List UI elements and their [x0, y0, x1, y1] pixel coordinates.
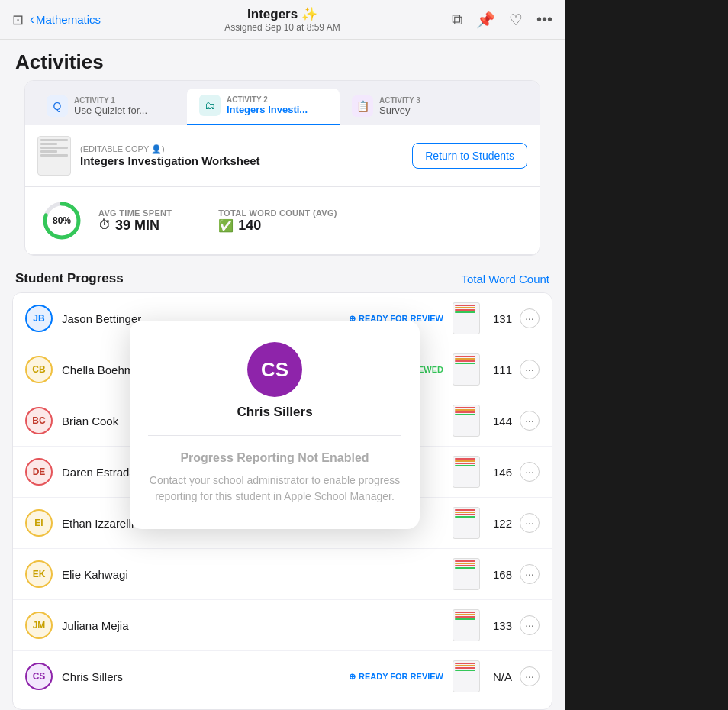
return-to-students-button[interactable]: Return to Students — [412, 143, 527, 169]
back-navigation[interactable]: ‹ Mathematics — [30, 11, 101, 27]
doc-thumbnail — [453, 609, 480, 641]
pin-icon[interactable]: 📌 — [476, 11, 495, 29]
doc-thumbnail — [453, 302, 480, 334]
activity-2-icon: 🗂 — [199, 95, 221, 116]
activity-2-name: Integers Investi... — [227, 104, 308, 115]
avatar: DE — [25, 458, 53, 486]
word-count: 133 — [488, 619, 512, 632]
activities-container: Q ACTIVITY 1 Use Quizlet for... 🗂 ACTIVI… — [12, 80, 552, 256]
more-options-button[interactable]: ··· — [520, 564, 540, 584]
word-count: 146 — [488, 466, 512, 479]
copy-icon[interactable]: ⧉ — [452, 11, 462, 29]
activity-1-icon: Q — [47, 95, 68, 117]
doc-thumbnail — [453, 558, 480, 590]
page-subtitle: Assigned Sep 10 at 8:59 AM — [224, 22, 340, 33]
more-options-button[interactable]: ··· — [520, 666, 540, 686]
worksheet-info: (EDITABLE COPY 👤) Integers Investigation… — [25, 125, 540, 187]
activity-2-label: ACTIVITY 2 — [227, 95, 308, 104]
stats-row: 80% AVG TIME SPENT ⏱ 39 MIN TOTAL WORD C… — [25, 187, 540, 255]
word-count-value: ✅ 140 — [218, 218, 337, 234]
page-title-area: Activities — [0, 40, 565, 80]
avatar: EK — [25, 560, 53, 588]
popup-avatar: CS — [247, 342, 302, 397]
doc-thumbnail — [453, 456, 480, 488]
worksheet-left: (EDITABLE COPY 👤) Integers Investigation… — [37, 136, 260, 176]
student-progress-header: Student Progress Total Word Count — [0, 262, 565, 292]
student-row: JM Juliana Mejia 133 ··· — [13, 600, 552, 651]
worksheet-title: Integers Investigation Worksheet — [80, 154, 260, 167]
avatar: JB — [25, 305, 53, 332]
word-count-block: TOTAL WORD COUNT (AVG) ✅ 140 — [218, 208, 337, 234]
status-badge: ⊕ READY FOR REVIEW — [349, 672, 443, 682]
popup-not-enabled-title: Progress Reporting Not Enabled — [180, 451, 369, 465]
doc-thumbnail — [453, 507, 480, 539]
word-count: N/A — [488, 670, 512, 683]
avatar: EI — [25, 509, 53, 537]
doc-thumbnail — [453, 405, 480, 437]
chevron-left-icon: ‹ — [30, 11, 34, 27]
circle-plus-icon: ⊕ — [349, 672, 356, 682]
popup-card: CS Chris Sillers Progress Reporting Not … — [130, 321, 420, 529]
clock-icon: ⏱ — [98, 218, 111, 232]
completion-percent: 80% — [53, 215, 71, 226]
more-options-button[interactable]: ··· — [520, 462, 540, 482]
total-word-count-link[interactable]: Total Word Count — [461, 273, 549, 286]
more-options-button[interactable]: ··· — [520, 360, 540, 379]
activities-section: Q ACTIVITY 1 Use Quizlet for... 🗂 ACTIVI… — [24, 80, 540, 256]
completion-donut: 80% — [40, 199, 83, 242]
popup-student-name: Chris Sillers — [237, 405, 312, 420]
avatar: CS — [25, 663, 53, 690]
student-name: Chris Sillers — [62, 670, 349, 683]
stat-divider — [195, 205, 195, 236]
sidebar-toggle-icon[interactable]: ⊡ — [12, 11, 24, 28]
activity-3-label: ACTIVITY 3 — [379, 96, 420, 105]
tab-activity-1[interactable]: Q ACTIVITY 1 Use Quizlet for... — [34, 89, 187, 125]
more-options-button[interactable]: ··· — [520, 615, 540, 635]
more-options-button[interactable]: ··· — [520, 513, 540, 533]
more-options-button[interactable]: ··· — [520, 411, 540, 431]
activity-3-icon: 📋 — [352, 95, 373, 117]
tab-activity-2[interactable]: 🗂 ACTIVITY 2 Integers Investi... — [187, 89, 340, 125]
avatar: BC — [25, 407, 53, 434]
student-progress-title: Student Progress — [15, 271, 124, 286]
avatar: CB — [25, 356, 53, 383]
activity-3-name: Survey — [379, 105, 410, 116]
avg-time-label: AVG TIME SPENT — [98, 208, 172, 218]
main-panel: ⊡ ‹ Mathematics Integers ✨ Assigned Sep … — [0, 0, 565, 710]
popup-divider — [148, 435, 401, 436]
activity-1-label: ACTIVITY 1 — [74, 96, 147, 105]
more-icon[interactable]: ••• — [536, 11, 552, 29]
avg-time-value: ⏱ 39 MIN — [98, 218, 172, 234]
editable-copy-label: (EDITABLE COPY 👤) — [80, 144, 260, 154]
avg-time-block: AVG TIME SPENT ⏱ 39 MIN — [98, 208, 172, 234]
top-bar: ⊡ ‹ Mathematics Integers ✨ Assigned Sep … — [0, 0, 565, 40]
activities-title: Activities — [15, 50, 549, 74]
word-count: 144 — [488, 415, 512, 428]
check-icon: ✅ — [218, 218, 234, 233]
word-count-label: TOTAL WORD COUNT (AVG) — [218, 208, 337, 218]
heart-icon[interactable]: ♡ — [509, 11, 523, 29]
word-count: 168 — [488, 568, 512, 581]
word-count: 122 — [488, 517, 512, 530]
page-main-title: Integers ✨ — [224, 6, 340, 22]
popup-description: Contact your school administrator to ena… — [148, 473, 401, 505]
word-count: 111 — [488, 363, 512, 376]
top-icons: ⧉ 📌 ♡ ••• — [452, 11, 552, 29]
more-options-button[interactable]: ··· — [520, 308, 540, 328]
student-name: Elie Kahwagi — [62, 568, 453, 581]
activity-1-name: Use Quizlet for... — [74, 105, 147, 116]
center-title: Integers ✨ Assigned Sep 10 at 8:59 AM — [224, 6, 340, 33]
avatar: JM — [25, 612, 53, 639]
right-panel — [565, 0, 728, 710]
tab-activity-3[interactable]: 📋 ACTIVITY 3 Survey — [340, 89, 492, 125]
student-row: CS Chris Sillers ⊕ READY FOR REVIEW N/A … — [13, 651, 552, 702]
student-row: EK Elie Kahwagi 168 ··· — [13, 549, 552, 600]
worksheet-details: (EDITABLE COPY 👤) Integers Investigation… — [80, 144, 260, 167]
doc-thumbnail — [453, 353, 480, 386]
word-count: 131 — [488, 312, 512, 325]
back-label: Mathematics — [36, 13, 101, 26]
worksheet-thumbnail — [37, 136, 71, 176]
activity-tabs: Q ACTIVITY 1 Use Quizlet for... 🗂 ACTIVI… — [25, 81, 540, 125]
doc-thumbnail — [453, 660, 480, 692]
student-name: Juliana Mejia — [62, 619, 453, 632]
